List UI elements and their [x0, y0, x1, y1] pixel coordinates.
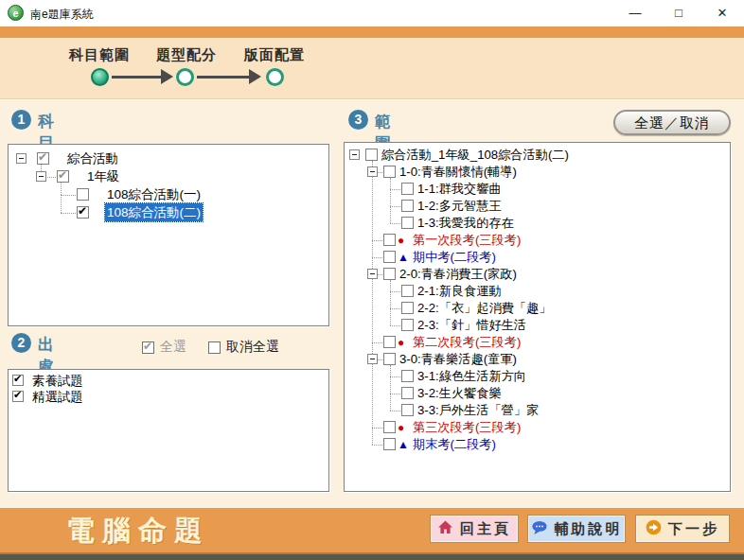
step-circle-3[interactable]: [266, 68, 284, 86]
top-orange-strip: [0, 26, 744, 38]
footer-bar: 電腦命題 回主頁輔助說明下一步: [0, 508, 744, 552]
tree-node[interactable]: 3-1:綠色生活新方向: [345, 368, 730, 385]
main-area: 1 科目選擇 ✔綜合活動✔1年級108綜合活動(一)✔108綜合活動(二) 2 …: [0, 100, 744, 508]
tree-checkbox[interactable]: [383, 234, 396, 246]
tree-connector: [390, 178, 391, 189]
tree-connector: [390, 189, 391, 206]
tree-node[interactable]: 1-1:群我交響曲: [345, 181, 730, 198]
tree-node[interactable]: 108綜合活動(一): [9, 185, 328, 203]
tree-checkbox[interactable]: [401, 319, 414, 331]
tree-node[interactable]: 3-3:戶外生活「營」家: [345, 402, 730, 419]
tree-checkbox[interactable]: [401, 183, 414, 195]
tree-checkbox[interactable]: [383, 353, 396, 365]
app-logo-icon: e: [8, 5, 24, 21]
expand-collapse-icon[interactable]: [16, 153, 27, 164]
expand-collapse-icon[interactable]: [349, 149, 360, 160]
tree-checkbox[interactable]: [401, 370, 414, 382]
tree-connector: [61, 195, 78, 196]
tree-node[interactable]: ●第三次段考(三段考): [345, 419, 730, 436]
tree-checkbox[interactable]: [401, 302, 414, 314]
expand-collapse-icon[interactable]: [367, 354, 378, 364]
select-all-toggle-button[interactable]: 全選／取消: [613, 110, 731, 135]
tree-checkbox[interactable]: [401, 217, 414, 229]
step-arrow-line-1: [112, 76, 161, 79]
tree-checkbox[interactable]: [383, 268, 396, 280]
tree-connector: [390, 206, 391, 223]
tree-checkbox[interactable]: [383, 251, 396, 263]
tree-checkbox[interactable]: [383, 421, 396, 433]
tree-checkbox[interactable]: [383, 438, 396, 450]
tree-node[interactable]: ✔1年級: [9, 167, 328, 185]
tree-node-label: 第一次段考(三段考): [411, 232, 523, 249]
tree-connector: [390, 291, 391, 308]
tree-node[interactable]: 1-2:多元智慧王: [345, 198, 730, 215]
subject-tree-box: ✔綜合活動✔1年級108綜合活動(一)✔108綜合活動(二): [8, 144, 329, 326]
footer-button-label: 輔助說明: [555, 520, 623, 538]
maximize-button[interactable]: □: [657, 0, 700, 26]
tree-node-label: 2-2:「衣」起消費「趣」: [416, 300, 553, 317]
tree-node[interactable]: 2-3:「針」惜好生活: [345, 317, 730, 334]
next-step-button[interactable]: 下一步: [636, 516, 729, 542]
tree-node-label: 綜合活動_1年級_108綜合活動(二): [380, 147, 571, 164]
source-item-checkbox[interactable]: ✔: [12, 375, 24, 386]
tree-checkbox[interactable]: [401, 404, 414, 416]
tree-node[interactable]: ●第一次段考(三段考): [345, 232, 730, 249]
tree-node-label: 108綜合活動(二): [105, 203, 203, 221]
help-button[interactable]: 輔助說明: [528, 516, 625, 542]
source-item-label: 素養試題: [30, 373, 85, 389]
tree-checkbox[interactable]: ✔: [57, 170, 69, 183]
tree-node[interactable]: 3-2:生火饗食樂: [345, 385, 730, 402]
tree-checkbox[interactable]: [401, 285, 414, 297]
source-item-checkbox[interactable]: ✔: [12, 391, 24, 402]
tree-node[interactable]: 2-0:青春消費王(家政): [345, 266, 730, 283]
tree-node-label: 1年級: [85, 167, 122, 185]
expand-collapse-icon[interactable]: [367, 166, 378, 177]
source-item-label: 精選試題: [30, 389, 85, 405]
tree-node[interactable]: 1-3:我愛我的存在: [345, 215, 730, 232]
tree-node-label: 108綜合活動(一): [105, 185, 203, 203]
step-wizard: 科目範圍 題型配分 版面配置: [0, 38, 744, 99]
close-button[interactable]: ✕: [700, 0, 744, 26]
tree-node[interactable]: ▲期中考(二段考): [345, 249, 730, 266]
tree-node[interactable]: 綜合活動_1年級_108綜合活動(二): [345, 147, 730, 164]
tree-node[interactable]: 2-2:「衣」起消費「趣」: [345, 300, 730, 317]
tree-checkbox[interactable]: [77, 188, 89, 201]
tree-node[interactable]: 1-0:青春關懷情(輔導): [345, 164, 730, 181]
window-title: 南e題庫系統: [30, 7, 94, 23]
tree-connector: [61, 195, 62, 213]
tree-node-label: 綜合活動: [65, 149, 120, 167]
deselect-all-checkbox[interactable]: [208, 341, 221, 354]
tree-connector: [372, 240, 373, 257]
tree-connector: [61, 183, 62, 195]
footer-button-label: 下一步: [668, 520, 719, 538]
tree-node[interactable]: ▲期末考(二段考): [345, 436, 730, 453]
tree-checkbox[interactable]: [383, 166, 396, 178]
tree-checkbox[interactable]: ✔: [37, 152, 49, 165]
tree-checkbox[interactable]: ✔: [77, 206, 89, 219]
tree-node[interactable]: 3-0:青春樂活趣(童軍): [345, 351, 730, 368]
tree-checkbox[interactable]: [365, 149, 378, 161]
tree-checkbox[interactable]: [401, 200, 414, 212]
tree-connector: [372, 428, 373, 445]
tree-checkbox[interactable]: [401, 387, 414, 399]
deselect-all-option[interactable]: 取消全選: [208, 339, 279, 356]
panel-number-2: 2: [11, 333, 31, 353]
tree-connector: [390, 308, 391, 325]
select-all-checkbox[interactable]: ✔: [142, 341, 154, 354]
step-circle-2[interactable]: [176, 68, 194, 86]
step-circle-1-active[interactable]: [91, 68, 109, 86]
expand-collapse-icon[interactable]: [367, 269, 378, 279]
tree-node[interactable]: ✔綜合活動: [9, 149, 328, 167]
expand-collapse-icon[interactable]: [36, 171, 46, 182]
home-icon: [437, 519, 453, 538]
step-label-subject-range: 科目範圍: [62, 46, 137, 64]
home-button[interactable]: 回主頁: [431, 516, 518, 542]
select-all-option[interactable]: ✔ 全選: [142, 339, 186, 356]
tree-node[interactable]: ✔108綜合活動(二): [9, 203, 328, 221]
minimize-button[interactable]: —: [613, 0, 657, 26]
titlebar: e 南e題庫系統 — □ ✕: [0, 0, 744, 26]
tree-node[interactable]: ●第二次段考(三段考): [345, 334, 730, 351]
tree-node[interactable]: 2-1:新良食運動: [345, 283, 730, 300]
source-list-box: ✔素養試題✔精選試題: [8, 369, 329, 492]
tree-checkbox[interactable]: [383, 336, 396, 348]
